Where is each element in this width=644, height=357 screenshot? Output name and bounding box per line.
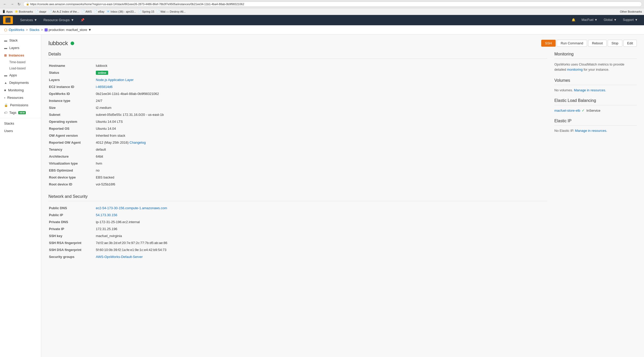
field-label-ssh-dsa: SSH DSA fingerprint bbox=[49, 247, 95, 253]
field-label-ssh-rsa: SSH RSA fingerprint bbox=[49, 240, 95, 246]
main-content: lubbock SSH Run Command Reboot Stop Edit… bbox=[41, 35, 644, 357]
security-group-link[interactable]: AWS-OpsWorks-Default-Server bbox=[96, 255, 143, 259]
bookmark-ebay[interactable]: 📄 eBay bbox=[94, 10, 104, 13]
field-label-public-dns: Public DNS bbox=[49, 205, 95, 211]
sidebar-item-time-based[interactable]: Time-based bbox=[0, 59, 41, 65]
forward-button[interactable]: → bbox=[9, 2, 15, 7]
status-badge: online bbox=[96, 71, 108, 75]
field-value-public-ip: 54.173.30.156 bbox=[96, 212, 547, 218]
table-row: Layers Node.js Application Layer bbox=[49, 77, 547, 83]
elb-title: Elastic Load Balancing bbox=[554, 98, 637, 105]
public-ip-link[interactable]: 54.173.30.156 bbox=[96, 213, 117, 217]
table-row: EC2 instance ID i-465814d6 bbox=[49, 84, 547, 90]
pin-nav-item[interactable]: 📌 bbox=[77, 15, 88, 25]
table-row: Hostname lubbock bbox=[49, 62, 547, 69]
manage-elastic-ip-link[interactable]: Manage in resources. bbox=[575, 129, 607, 133]
elb-status: InService bbox=[586, 109, 600, 112]
field-value-virt: hvm bbox=[96, 160, 547, 167]
bookmark-wat[interactable]: 📄 Wat — Destroy All... bbox=[156, 10, 186, 13]
reboot-button[interactable]: Reboot bbox=[588, 40, 607, 47]
breadcrumb-stacks[interactable]: Stacks bbox=[29, 28, 39, 32]
table-row: Architecture 64bit bbox=[49, 153, 547, 160]
deployments-icon: ▲ bbox=[4, 81, 7, 85]
public-dns-link[interactable]: ec2-54-173-30-156.compute-1.amazonaws.co… bbox=[96, 206, 167, 210]
field-label-size: Size bbox=[49, 104, 95, 111]
layers-icon: ▬ bbox=[4, 46, 7, 50]
field-value-size: t2.medium bbox=[96, 104, 547, 111]
aws-nav-bar: ⬛ Services ▼ Resource Groups ▼ 📌 🔔 MacFu… bbox=[0, 15, 644, 25]
instance-title: lubbock bbox=[48, 40, 74, 47]
resource-groups-nav-item[interactable]: Resource Groups ▼ bbox=[40, 15, 77, 25]
sidebar-item-layers[interactable]: ▬ Layers bbox=[0, 44, 41, 52]
no-volumes-text: No volumes. Manage in resources. bbox=[554, 88, 637, 92]
breadcrumb-opsworks[interactable]: OpsWorks bbox=[9, 28, 24, 32]
sidebar-item-resources[interactable]: ▪ Resources bbox=[0, 94, 41, 101]
field-label-reported-agent: Reported OW Agent bbox=[49, 139, 95, 146]
region-nav-item[interactable]: Global ▼ bbox=[601, 15, 620, 25]
elastic-ip-section: Elastic IP No Elastic IP. Manage in reso… bbox=[554, 119, 637, 133]
support-nav-item[interactable]: Support ▼ bbox=[620, 15, 641, 25]
field-value-arch: 64bit bbox=[96, 153, 547, 160]
sidebar-item-monitoring[interactable]: ■ Monitoring bbox=[0, 86, 41, 94]
opsworks-logo-icon: ⬡ bbox=[4, 28, 7, 32]
field-value-public-dns: ec2-54-173-30-156.compute-1.amazonaws.co… bbox=[96, 205, 547, 211]
monitoring-icon: ■ bbox=[4, 88, 6, 92]
sidebar-item-users[interactable]: Users bbox=[0, 127, 41, 135]
bookmark-apps[interactable]: 📱 Apps bbox=[2, 10, 13, 13]
breadcrumb-stack-name[interactable]: production: macfuel_store ▼ bbox=[45, 28, 91, 32]
instance-header: lubbock SSH Run Command Reboot Stop Edit bbox=[48, 40, 637, 47]
bookmark-other[interactable]: Other Bookmarks bbox=[620, 10, 642, 13]
table-row: Private IP 172.31.25.196 bbox=[49, 226, 547, 232]
user-nav-item[interactable]: MacFuel ▼ bbox=[579, 15, 601, 25]
field-label-reported-os: Reported OS bbox=[49, 125, 95, 132]
bookmark-spring[interactable]: 📄 Spring 15 bbox=[138, 10, 154, 13]
sidebar-item-deployments[interactable]: ▲ Deployments bbox=[0, 79, 41, 86]
sidebar-item-apps[interactable]: ▬ Apps bbox=[0, 71, 41, 79]
field-label-arch: Architecture bbox=[49, 153, 95, 160]
monitoring-link[interactable]: monitoring bbox=[567, 68, 583, 71]
ec2-id-link[interactable]: i-465814d6 bbox=[96, 85, 113, 89]
bookmark-daapr[interactable]: 📄 daapr bbox=[35, 10, 46, 13]
changelog-link[interactable]: Changelog bbox=[130, 141, 146, 144]
layers-link[interactable]: Node.js Application Layer bbox=[96, 78, 134, 82]
field-label-ebs-opt: EBS Optimized bbox=[49, 167, 95, 174]
breadcrumb: ⬡ OpsWorks > Stacks > production: macfue… bbox=[0, 25, 644, 35]
stop-button[interactable]: Stop bbox=[608, 40, 622, 47]
instances-icon: ⊞ bbox=[4, 54, 7, 57]
edit-button[interactable]: Edit bbox=[623, 40, 637, 47]
bookmark-bookmarks[interactable]: ⭐ Bookmarks bbox=[15, 10, 33, 13]
field-value-opsworks-id: 0b21ee34-11b1-4ba4-88ab-0b9f98321062 bbox=[96, 91, 547, 97]
sidebar-item-load-based[interactable]: Load-based bbox=[0, 65, 41, 71]
bookmark-inbox[interactable]: 📧 Inbox (38) - ajm33... bbox=[106, 10, 136, 13]
table-row: Security groups AWS-OpsWorks-Default-Ser… bbox=[49, 254, 547, 260]
sidebar-item-permissions[interactable]: 🔒 Permissions bbox=[0, 101, 41, 109]
table-row: Private DNS ip-172-31-25-196.ec2.interna… bbox=[49, 219, 547, 225]
elb-name-link[interactable]: macfuel-store-elb bbox=[554, 109, 580, 112]
field-value-root-device-id: vol-525b16f6 bbox=[96, 181, 547, 188]
url-bar[interactable]: 🔒 https://console.aws.amazon.com/opswork… bbox=[23, 2, 642, 7]
run-command-button[interactable]: Run Command bbox=[557, 40, 587, 47]
services-nav-item[interactable]: Services ▼ bbox=[17, 15, 40, 25]
sidebar-item-instances[interactable]: ⊞ Instances bbox=[0, 52, 41, 59]
no-elastic-ip-text: No Elastic IP. Manage in resources. bbox=[554, 129, 637, 133]
bookmark-aws[interactable]: 📄 AWS bbox=[81, 10, 92, 13]
notification-bell[interactable]: 🔔 bbox=[569, 15, 579, 25]
bookmark-az[interactable]: 📄 An A-Z Index of the... bbox=[48, 10, 79, 13]
sidebar-item-tags[interactable]: 🏷 Tags NEW bbox=[0, 109, 41, 116]
manage-volumes-link[interactable]: Manage in resources. bbox=[574, 88, 606, 92]
aws-logo[interactable]: ⬛ bbox=[3, 16, 13, 24]
field-label-root-device-type: Root device type bbox=[49, 174, 95, 181]
field-label-instance-type: Instance type bbox=[49, 98, 95, 104]
sidebar-item-stacks[interactable]: Stacks bbox=[0, 120, 41, 127]
field-label-status: Status bbox=[49, 69, 95, 76]
sidebar-item-stack[interactable]: ▬ Stack bbox=[0, 37, 41, 44]
table-row: Public DNS ec2-54-173-30-156.compute-1.a… bbox=[49, 205, 547, 211]
network-section-title: Network and Security bbox=[48, 194, 547, 201]
back-button[interactable]: ← bbox=[2, 2, 8, 7]
field-value-private-ip: 172.31.25.196 bbox=[96, 226, 547, 232]
resources-icon: ▪ bbox=[4, 96, 5, 100]
ssh-button[interactable]: SSH bbox=[541, 40, 556, 47]
table-row: OW Agent version Inherited from stack bbox=[49, 132, 547, 139]
reload-button[interactable]: ↻ bbox=[16, 2, 22, 7]
online-status-dot bbox=[71, 42, 74, 45]
